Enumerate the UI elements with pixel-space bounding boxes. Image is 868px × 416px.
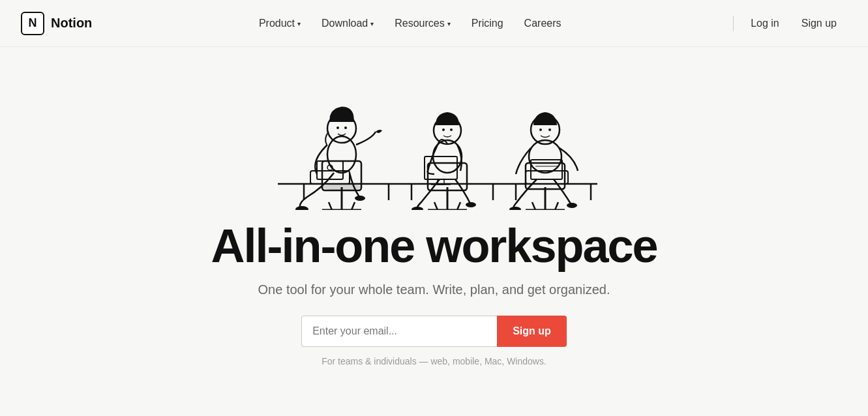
svg-point-15 [337, 126, 339, 129]
hero-illustration [245, 60, 623, 210]
svg-point-16 [344, 126, 347, 129]
hero-cta: Sign up [301, 316, 567, 347]
nav-divider [733, 16, 734, 31]
svg-line-39 [555, 202, 558, 210]
svg-line-38 [532, 202, 535, 210]
svg-point-21 [355, 196, 365, 201]
nav-download[interactable]: Download ▾ [312, 12, 383, 35]
chevron-down-icon: ▾ [370, 20, 374, 27]
hero-section: All-in-one workspace One tool for your w… [0, 47, 868, 366]
logo-link[interactable]: N Notion [21, 12, 92, 35]
svg-point-34 [412, 207, 423, 210]
nav-links: Product ▾ Download ▾ Resources ▾ Pricing… [250, 12, 571, 35]
svg-point-20 [295, 206, 308, 210]
svg-point-35 [466, 202, 476, 207]
chevron-down-icon: ▾ [297, 20, 301, 27]
signup-hero-button[interactable]: Sign up [497, 316, 567, 347]
chevron-down-icon: ▾ [447, 20, 451, 27]
svg-point-43 [539, 128, 542, 131]
hero-note: For teams & individuals — web, mobile, M… [322, 356, 546, 366]
email-input[interactable] [301, 316, 497, 347]
nav-careers[interactable]: Careers [515, 12, 571, 35]
svg-point-29 [442, 128, 445, 131]
svg-line-10 [329, 202, 332, 210]
svg-point-13 [327, 136, 356, 173]
svg-rect-31 [425, 156, 457, 179]
team-illustration-svg [245, 60, 623, 210]
signup-nav-button[interactable]: Sign up [791, 12, 847, 35]
hero-title: All-in-one workspace [211, 220, 657, 272]
svg-point-30 [450, 128, 453, 131]
svg-point-49 [509, 207, 521, 210]
nav-pricing[interactable]: Pricing [462, 12, 513, 35]
logo-text: Notion [51, 16, 92, 31]
svg-line-25 [457, 202, 460, 210]
login-button[interactable]: Log in [741, 12, 788, 35]
nav-resources[interactable]: Resources ▾ [385, 12, 459, 35]
navbar: N Notion Product ▾ Download ▾ Resources … [0, 0, 868, 47]
hero-subtitle: One tool for your whole team. Write, pla… [258, 282, 610, 297]
logo-icon: N [21, 12, 44, 35]
svg-line-24 [434, 202, 438, 210]
nav-auth: Log in Sign up [728, 12, 847, 35]
svg-point-41 [529, 140, 561, 173]
svg-line-11 [352, 202, 355, 210]
svg-point-44 [548, 128, 551, 131]
nav-product[interactable]: Product ▾ [250, 12, 310, 35]
svg-point-50 [567, 203, 577, 208]
